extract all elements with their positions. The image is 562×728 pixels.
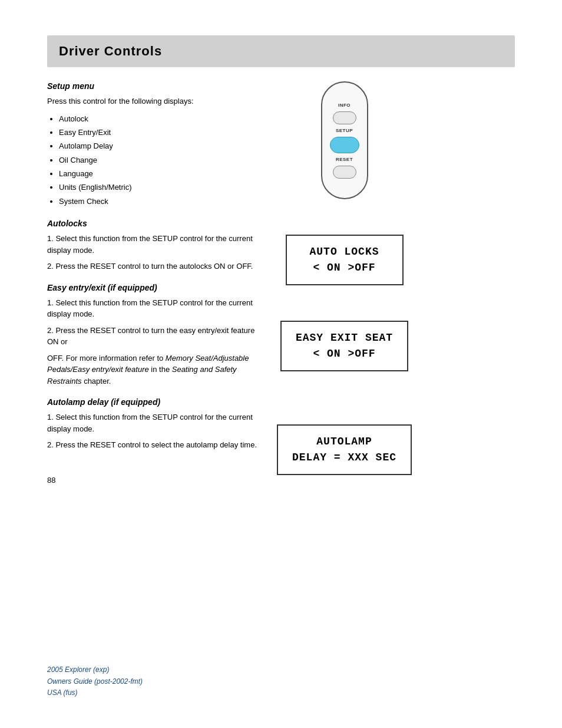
page-title: Driver Controls — [59, 44, 503, 59]
footer-line3: USA (fus) — [47, 687, 143, 699]
autolocks-display-line2: < ON >OFF — [301, 260, 388, 276]
control-panel-illustration: INFO SETUP RESET — [321, 81, 368, 199]
content-area: Setup menu Press this control for the fo… — [47, 81, 515, 490]
easy-entry-heading: Easy entry/exit (if equipped) — [47, 283, 259, 292]
setup-button — [330, 137, 359, 153]
reset-label: RESET — [336, 157, 353, 162]
autolamp-heading: Autolamp delay (if equipped) — [47, 397, 259, 407]
footer: 2005 Explorer (exp) Owners Guide (post-2… — [47, 664, 143, 699]
footer-line1: 2005 Explorer (exp) — [47, 664, 143, 676]
setup-label: SETUP — [336, 128, 353, 133]
autolocks-display: AUTO LOCKS < ON >OFF — [286, 235, 404, 285]
list-item: Language — [59, 167, 259, 180]
page-number: 88 — [47, 475, 259, 486]
right-column: INFO SETUP RESET AUTO LOCKS < ON >OFF EA… — [277, 81, 412, 490]
autolocks-heading: Autolocks — [47, 219, 259, 228]
list-item: Easy Entry/Exit — [59, 126, 259, 139]
setup-menu-list: Autolock Easy Entry/Exit Autolamp Delay … — [59, 112, 259, 209]
list-item: System Check — [59, 195, 259, 208]
autolocks-para2: 2. Press the RESET control to turn the a… — [47, 261, 259, 272]
autolamp-display-line1: AUTOLAMP — [292, 434, 396, 450]
autolamp-para2: 2. Press the RESET control to select the… — [47, 439, 259, 451]
autolamp-display: AUTOLAMP DELAY = XXX SEC — [277, 424, 412, 475]
easy-entry-para3: OFF. For more information refer to Memor… — [47, 353, 259, 387]
page-header: Driver Controls — [47, 35, 515, 67]
autolocks-para1: 1. Select this function from the SETUP c… — [47, 233, 259, 256]
easy-entry-para1: 1. Select this function from the SETUP c… — [47, 297, 259, 320]
easy-exit-display-line2: < ON >OFF — [296, 346, 393, 362]
easy-exit-display: EASY EXIT SEAT < ON >OFF — [280, 321, 408, 371]
autolamp-para1: 1. Select this function from the SETUP c… — [47, 411, 259, 434]
autolocks-display-line1: AUTO LOCKS — [301, 244, 388, 260]
list-item: Oil Change — [59, 153, 259, 167]
list-item: Units (English/Metric) — [59, 180, 259, 194]
setup-menu-heading: Setup menu — [47, 81, 259, 91]
footer-line2: Owners Guide (post-2002-fmt) — [47, 676, 143, 687]
easy-entry-para2: 2. Press the RESET control to turn the e… — [47, 325, 259, 348]
easy-exit-display-line1: EASY EXIT SEAT — [296, 330, 393, 346]
list-item: Autolock — [59, 112, 259, 126]
left-column: Setup menu Press this control for the fo… — [47, 81, 259, 490]
autolamp-display-line2: DELAY = XXX SEC — [292, 450, 396, 466]
list-item: Autolamp Delay — [59, 139, 259, 153]
reset-button — [333, 166, 356, 179]
setup-menu-intro: Press this control for the following dis… — [47, 95, 259, 107]
info-label: INFO — [338, 103, 351, 108]
info-button — [333, 111, 356, 124]
